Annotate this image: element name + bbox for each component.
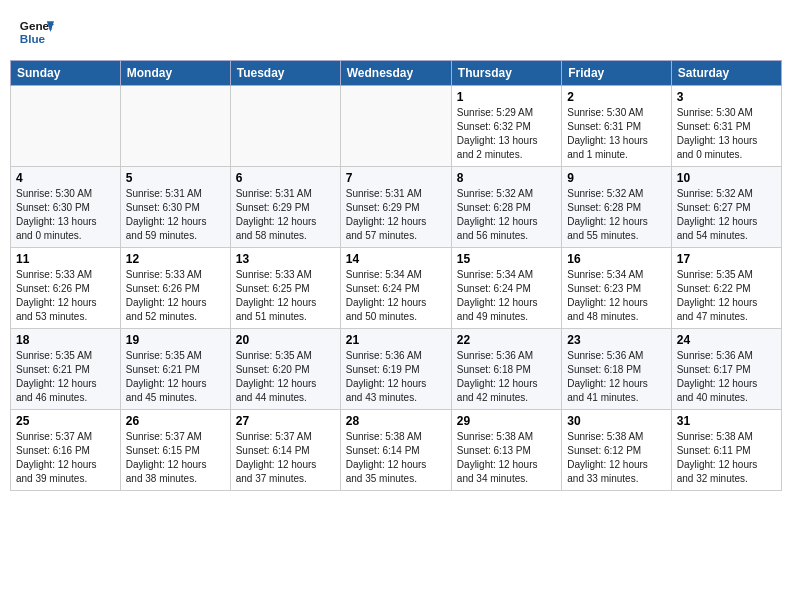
day-number: 22 <box>457 333 556 347</box>
calendar-cell: 30Sunrise: 5:38 AM Sunset: 6:12 PM Dayli… <box>562 410 671 491</box>
calendar-cell: 22Sunrise: 5:36 AM Sunset: 6:18 PM Dayli… <box>451 329 561 410</box>
day-info: Sunrise: 5:38 AM Sunset: 6:12 PM Dayligh… <box>567 430 665 486</box>
calendar-week-3: 11Sunrise: 5:33 AM Sunset: 6:26 PM Dayli… <box>11 248 782 329</box>
day-info: Sunrise: 5:33 AM Sunset: 6:26 PM Dayligh… <box>16 268 115 324</box>
day-info: Sunrise: 5:36 AM Sunset: 6:18 PM Dayligh… <box>457 349 556 405</box>
day-number: 17 <box>677 252 776 266</box>
svg-text:Blue: Blue <box>20 32 46 45</box>
calendar-cell: 24Sunrise: 5:36 AM Sunset: 6:17 PM Dayli… <box>671 329 781 410</box>
calendar-header-sunday: Sunday <box>11 61 121 86</box>
calendar-cell: 7Sunrise: 5:31 AM Sunset: 6:29 PM Daylig… <box>340 167 451 248</box>
day-number: 15 <box>457 252 556 266</box>
day-info: Sunrise: 5:33 AM Sunset: 6:25 PM Dayligh… <box>236 268 335 324</box>
day-number: 23 <box>567 333 665 347</box>
day-info: Sunrise: 5:30 AM Sunset: 6:31 PM Dayligh… <box>567 106 665 162</box>
day-info: Sunrise: 5:38 AM Sunset: 6:13 PM Dayligh… <box>457 430 556 486</box>
day-info: Sunrise: 5:36 AM Sunset: 6:19 PM Dayligh… <box>346 349 446 405</box>
day-info: Sunrise: 5:34 AM Sunset: 6:24 PM Dayligh… <box>346 268 446 324</box>
day-info: Sunrise: 5:35 AM Sunset: 6:21 PM Dayligh… <box>16 349 115 405</box>
day-number: 28 <box>346 414 446 428</box>
day-number: 3 <box>677 90 776 104</box>
calendar-cell <box>120 86 230 167</box>
calendar-cell: 26Sunrise: 5:37 AM Sunset: 6:15 PM Dayli… <box>120 410 230 491</box>
day-info: Sunrise: 5:31 AM Sunset: 6:30 PM Dayligh… <box>126 187 225 243</box>
calendar-cell: 1Sunrise: 5:29 AM Sunset: 6:32 PM Daylig… <box>451 86 561 167</box>
calendar-cell: 10Sunrise: 5:32 AM Sunset: 6:27 PM Dayli… <box>671 167 781 248</box>
day-info: Sunrise: 5:36 AM Sunset: 6:18 PM Dayligh… <box>567 349 665 405</box>
calendar-cell: 21Sunrise: 5:36 AM Sunset: 6:19 PM Dayli… <box>340 329 451 410</box>
day-number: 13 <box>236 252 335 266</box>
day-number: 10 <box>677 171 776 185</box>
calendar-header-monday: Monday <box>120 61 230 86</box>
calendar-cell: 16Sunrise: 5:34 AM Sunset: 6:23 PM Dayli… <box>562 248 671 329</box>
day-info: Sunrise: 5:36 AM Sunset: 6:17 PM Dayligh… <box>677 349 776 405</box>
day-number: 1 <box>457 90 556 104</box>
calendar-cell: 14Sunrise: 5:34 AM Sunset: 6:24 PM Dayli… <box>340 248 451 329</box>
logo: General Blue <box>18 14 54 50</box>
day-info: Sunrise: 5:38 AM Sunset: 6:14 PM Dayligh… <box>346 430 446 486</box>
calendar-week-5: 25Sunrise: 5:37 AM Sunset: 6:16 PM Dayli… <box>11 410 782 491</box>
day-number: 24 <box>677 333 776 347</box>
day-info: Sunrise: 5:35 AM Sunset: 6:22 PM Dayligh… <box>677 268 776 324</box>
day-number: 2 <box>567 90 665 104</box>
calendar-cell: 15Sunrise: 5:34 AM Sunset: 6:24 PM Dayli… <box>451 248 561 329</box>
calendar-cell <box>340 86 451 167</box>
day-info: Sunrise: 5:34 AM Sunset: 6:24 PM Dayligh… <box>457 268 556 324</box>
calendar-cell: 5Sunrise: 5:31 AM Sunset: 6:30 PM Daylig… <box>120 167 230 248</box>
day-info: Sunrise: 5:31 AM Sunset: 6:29 PM Dayligh… <box>346 187 446 243</box>
day-number: 12 <box>126 252 225 266</box>
day-number: 7 <box>346 171 446 185</box>
day-info: Sunrise: 5:37 AM Sunset: 6:14 PM Dayligh… <box>236 430 335 486</box>
calendar-cell: 28Sunrise: 5:38 AM Sunset: 6:14 PM Dayli… <box>340 410 451 491</box>
day-info: Sunrise: 5:30 AM Sunset: 6:30 PM Dayligh… <box>16 187 115 243</box>
calendar-header-friday: Friday <box>562 61 671 86</box>
calendar-table: SundayMondayTuesdayWednesdayThursdayFrid… <box>10 60 782 491</box>
day-number: 20 <box>236 333 335 347</box>
day-info: Sunrise: 5:29 AM Sunset: 6:32 PM Dayligh… <box>457 106 556 162</box>
day-number: 25 <box>16 414 115 428</box>
calendar-cell: 29Sunrise: 5:38 AM Sunset: 6:13 PM Dayli… <box>451 410 561 491</box>
day-info: Sunrise: 5:31 AM Sunset: 6:29 PM Dayligh… <box>236 187 335 243</box>
calendar-header-tuesday: Tuesday <box>230 61 340 86</box>
day-info: Sunrise: 5:35 AM Sunset: 6:21 PM Dayligh… <box>126 349 225 405</box>
day-number: 4 <box>16 171 115 185</box>
calendar-cell: 9Sunrise: 5:32 AM Sunset: 6:28 PM Daylig… <box>562 167 671 248</box>
calendar-cell: 13Sunrise: 5:33 AM Sunset: 6:25 PM Dayli… <box>230 248 340 329</box>
calendar-cell: 27Sunrise: 5:37 AM Sunset: 6:14 PM Dayli… <box>230 410 340 491</box>
day-number: 31 <box>677 414 776 428</box>
day-number: 26 <box>126 414 225 428</box>
day-info: Sunrise: 5:37 AM Sunset: 6:15 PM Dayligh… <box>126 430 225 486</box>
calendar-cell <box>11 86 121 167</box>
calendar-cell: 8Sunrise: 5:32 AM Sunset: 6:28 PM Daylig… <box>451 167 561 248</box>
calendar-cell: 31Sunrise: 5:38 AM Sunset: 6:11 PM Dayli… <box>671 410 781 491</box>
calendar-cell: 23Sunrise: 5:36 AM Sunset: 6:18 PM Dayli… <box>562 329 671 410</box>
calendar-cell: 3Sunrise: 5:30 AM Sunset: 6:31 PM Daylig… <box>671 86 781 167</box>
calendar-cell: 20Sunrise: 5:35 AM Sunset: 6:20 PM Dayli… <box>230 329 340 410</box>
day-number: 9 <box>567 171 665 185</box>
day-info: Sunrise: 5:37 AM Sunset: 6:16 PM Dayligh… <box>16 430 115 486</box>
calendar-cell: 6Sunrise: 5:31 AM Sunset: 6:29 PM Daylig… <box>230 167 340 248</box>
calendar-week-1: 1Sunrise: 5:29 AM Sunset: 6:32 PM Daylig… <box>11 86 782 167</box>
day-number: 8 <box>457 171 556 185</box>
calendar-cell: 2Sunrise: 5:30 AM Sunset: 6:31 PM Daylig… <box>562 86 671 167</box>
day-number: 16 <box>567 252 665 266</box>
calendar-cell <box>230 86 340 167</box>
calendar-cell: 17Sunrise: 5:35 AM Sunset: 6:22 PM Dayli… <box>671 248 781 329</box>
day-number: 6 <box>236 171 335 185</box>
day-number: 14 <box>346 252 446 266</box>
calendar-cell: 12Sunrise: 5:33 AM Sunset: 6:26 PM Dayli… <box>120 248 230 329</box>
day-number: 30 <box>567 414 665 428</box>
day-number: 19 <box>126 333 225 347</box>
day-info: Sunrise: 5:34 AM Sunset: 6:23 PM Dayligh… <box>567 268 665 324</box>
calendar-header-saturday: Saturday <box>671 61 781 86</box>
day-number: 27 <box>236 414 335 428</box>
calendar-cell: 4Sunrise: 5:30 AM Sunset: 6:30 PM Daylig… <box>11 167 121 248</box>
calendar-cell: 25Sunrise: 5:37 AM Sunset: 6:16 PM Dayli… <box>11 410 121 491</box>
calendar-cell: 19Sunrise: 5:35 AM Sunset: 6:21 PM Dayli… <box>120 329 230 410</box>
day-number: 5 <box>126 171 225 185</box>
day-number: 18 <box>16 333 115 347</box>
day-info: Sunrise: 5:32 AM Sunset: 6:28 PM Dayligh… <box>457 187 556 243</box>
calendar-cell: 18Sunrise: 5:35 AM Sunset: 6:21 PM Dayli… <box>11 329 121 410</box>
calendar-body: 1Sunrise: 5:29 AM Sunset: 6:32 PM Daylig… <box>11 86 782 491</box>
calendar-week-4: 18Sunrise: 5:35 AM Sunset: 6:21 PM Dayli… <box>11 329 782 410</box>
